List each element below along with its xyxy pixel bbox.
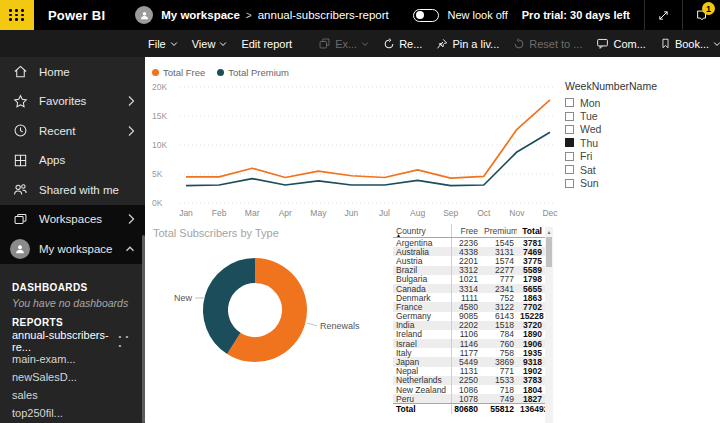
toolbar-item-pin-a-liv[interactable]: Pin a liv... — [436, 38, 499, 50]
checkbox-unchecked[interactable] — [565, 125, 574, 134]
sidebar-item-my-workspace[interactable]: My workspace — [0, 234, 145, 264]
breadcrumb-report[interactable]: annual-subscribers-report — [258, 9, 389, 21]
pin-icon — [436, 38, 448, 50]
donut-label-renewals: Renewals — [320, 321, 360, 331]
checkbox-checked[interactable] — [565, 138, 574, 147]
cell-value: 1086 — [451, 385, 481, 394]
sidebar-item-label: Shared with me — [39, 184, 135, 196]
toolbar-item-label: Edit report — [241, 38, 292, 50]
sidebar-item-apps[interactable]: Apps — [0, 146, 145, 176]
report-toolbar: FileViewEdit reportEx...Re...Pin a liv..… — [0, 30, 720, 57]
comment-icon — [596, 37, 609, 50]
line-chart-visual[interactable]: Total FreeTotal Premium 0K5K10K15K20KJan… — [150, 65, 565, 225]
cell-value: 1177 — [451, 348, 481, 357]
chevron-down-icon — [713, 40, 720, 48]
slicer-option-fri[interactable]: Fri — [565, 150, 660, 163]
cell-value: 1146 — [451, 339, 481, 348]
x-axis-tick: Jun — [345, 208, 359, 218]
chevron-down-icon — [170, 40, 178, 48]
cell-value: 749 — [481, 394, 517, 404]
cell-value: 9085 — [451, 312, 481, 321]
avatar — [10, 239, 30, 259]
reports-list: annual-subscribers-re...• • •main-exam..… — [12, 332, 137, 422]
report-canvas: Total FreeTotal Premium 0K5K10K15K20KJan… — [145, 57, 720, 423]
sidebar-item-recent[interactable]: Recent — [0, 116, 145, 146]
sidebar-item-label: Apps — [39, 154, 135, 166]
slicer-option-thu[interactable]: Thu — [565, 136, 660, 149]
report-list-item[interactable]: annual-subscribers-re...• • • — [12, 332, 137, 350]
checkbox-unchecked[interactable] — [565, 152, 574, 161]
fullscreen-button[interactable] — [644, 0, 682, 30]
table-scrollbar[interactable]: ▲ ▼ — [545, 227, 553, 423]
sidebar-item-shared-with-me[interactable]: Shared with me — [0, 175, 145, 205]
pro-trial-label[interactable]: Pro trial: 30 days left — [522, 9, 630, 21]
sidebar-item-label: My workspace — [39, 243, 125, 255]
checkbox-unchecked[interactable] — [565, 165, 574, 174]
workspace-sections: DASHBOARDS You have no dashboards REPORT… — [0, 264, 145, 423]
scroll-up-icon[interactable]: ▲ — [545, 227, 553, 236]
checkbox-unchecked[interactable] — [565, 98, 574, 107]
slicer-option-label: Sun — [580, 177, 599, 189]
breadcrumb-workspace[interactable]: My workspace — [161, 9, 240, 21]
toolbar-item-file[interactable]: File — [148, 38, 178, 50]
report-name: top250fil... — [12, 407, 63, 419]
donut-label-new: New — [174, 293, 193, 303]
legend-item-total-free[interactable]: Total Free — [152, 67, 205, 78]
toolbar-item-book[interactable]: Book... — [660, 37, 720, 50]
sidebar-item-workspaces[interactable]: Workspaces — [0, 205, 145, 235]
table-row[interactable]: Peru10787491827 — [393, 394, 545, 403]
toolbar-item-reset-to[interactable]: Reset to ... — [513, 38, 582, 50]
sidebar-item-label: Recent — [39, 125, 127, 137]
slicer-option-label: Mon — [580, 97, 600, 109]
sidebar-scrollbar[interactable] — [142, 235, 145, 423]
table-header-premium[interactable]: Premium — [481, 226, 517, 236]
x-axis-tick: Dec — [542, 208, 558, 218]
cell-value: 4580 — [451, 302, 481, 311]
chevron-right-icon — [127, 125, 135, 137]
table-header-country[interactable]: Country — [393, 226, 451, 236]
app-launcher-icon[interactable] — [0, 0, 34, 30]
checkbox-unchecked[interactable] — [565, 112, 574, 121]
table-header-total[interactable]: Total — [517, 226, 545, 236]
toolbar-item-view[interactable]: View — [192, 38, 228, 50]
powerbi-logo[interactable]: Power BI — [48, 8, 105, 23]
slicer-option-mon[interactable]: Mon — [565, 96, 660, 109]
checkbox-unchecked[interactable] — [565, 179, 574, 188]
notifications-button[interactable]: 1 — [682, 0, 720, 30]
top-header: Power BI My workspace > annual-subscribe… — [0, 0, 720, 30]
cell-value: 1021 — [451, 275, 481, 284]
toolbar-item-edit-report[interactable]: Edit report — [241, 38, 292, 50]
sidebar-item-home[interactable]: Home — [0, 57, 145, 87]
series-total-free[interactable] — [186, 100, 550, 178]
cell-value: 2201 — [451, 256, 481, 265]
table-header-free[interactable]: Free — [451, 224, 481, 237]
slicer-option-sat[interactable]: Sat — [565, 163, 660, 176]
toolbar-item-re[interactable]: Re... — [383, 38, 422, 50]
apps-icon — [12, 153, 28, 168]
slicer-option-tue[interactable]: Tue — [565, 109, 660, 122]
legend-label: Total Free — [163, 67, 205, 78]
donut-slice-new[interactable] — [215, 271, 255, 344]
report-list-item[interactable]: top250fil... — [12, 404, 137, 422]
sidebar-item-favorites[interactable]: Favorites — [0, 87, 145, 117]
scrollbar-thumb[interactable] — [546, 237, 552, 267]
slicer-option-sun[interactable]: Sun — [565, 176, 660, 189]
toolbar-item-com[interactable]: Com... — [596, 37, 645, 50]
report-list-item[interactable]: newSalesD... — [12, 368, 137, 386]
new-look-toggle[interactable] — [413, 9, 439, 22]
breadcrumb-separator: > — [246, 10, 252, 21]
x-axis-tick: Aug — [410, 208, 425, 218]
line-chart[interactable]: 0K5K10K15K20KJanFebMarAprMayJunJulAugSep… — [150, 79, 565, 221]
more-options-icon[interactable]: • • • — [119, 332, 137, 350]
breadcrumb: My workspace > annual-subscribers-report — [135, 6, 389, 24]
slicer-option-label: Tue — [580, 110, 598, 122]
legend-item-total-premium[interactable]: Total Premium — [217, 67, 289, 78]
cell-value: 2202 — [451, 321, 481, 330]
report-list-item[interactable]: sales — [12, 386, 137, 404]
legend-dot — [152, 69, 159, 76]
sidebar-item-label: Workspaces — [39, 213, 127, 225]
sidebar-nav: HomeFavoritesRecentAppsShared with meWor… — [0, 57, 145, 264]
cell-value: 1827 — [517, 394, 545, 404]
slicer-option-wed[interactable]: Wed — [565, 123, 660, 136]
toolbar-item-ex[interactable]: Ex... — [318, 37, 369, 50]
